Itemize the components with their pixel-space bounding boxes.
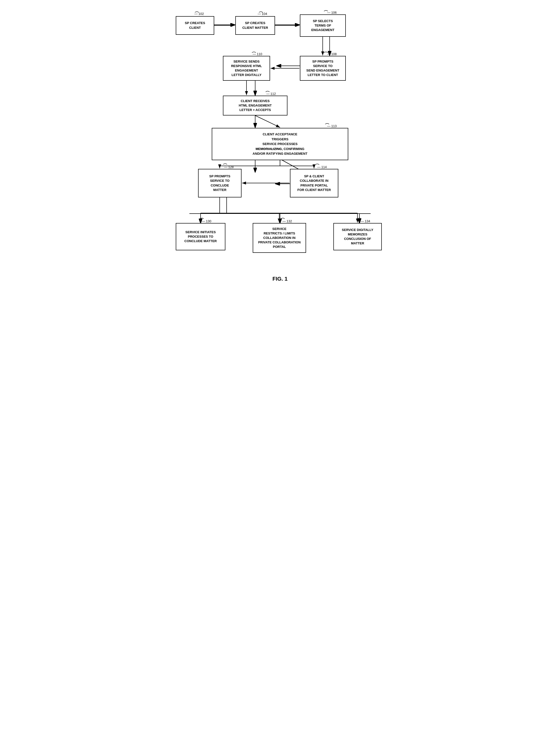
flowchart: SP CREATES CLIENT — 102 SP CREATES CLIEN… [168,10,392,271]
ref-130: — 130 [202,219,211,223]
ref-104: — 104 [258,12,267,16]
ref-128: — 128 [224,165,234,169]
ref-132: — 132 [282,219,292,223]
node-102: SP CREATES CLIENT [176,16,214,35]
diagram-container: SP CREATES CLIENT — 102 SP CREATES CLIEN… [168,5,392,297]
node-108: SP PROMPTS SERVICE TO SEND ENGAGEMENT LE… [300,56,346,81]
node-128: SP PROMPTS SERVICE TO CONCLUDE MATTER [198,169,241,197]
node-130: SERVICE INITIATES PROCESSES TO CONCLUDE … [176,223,225,250]
ref-114: — 114 [317,165,327,169]
ref-113: — 113 [327,124,337,128]
node-104: SP CREATES CLIENT MATTER [235,16,275,35]
ref-134: — 134 [361,219,370,223]
ref-112: — 112 [266,92,276,96]
ref-102: — 102 [194,12,204,16]
strikethrough-memorializing: MEMORIALIZING [256,147,282,151]
ref-108: — 108 [327,52,337,56]
ref-106: — 106 [327,11,337,14]
node-113: CLIENT ACCEPTANCE TRIGGERS SERVICE PROCE… [212,128,348,160]
ref-110: — 110 [253,52,262,56]
node-106: SP SELECTS TERMS OF ENGAGEMENT [300,14,346,37]
svg-line-20 [255,115,280,128]
node-132: SERVICE RESTRICTS / LIMITS COLLABORATION… [253,223,306,253]
node-134: SERVICE DIGITALLY MEMORIZES CONCLUSION O… [333,223,382,250]
node-112: CLIENT RECEIVES HTML ENGAGEMENT LETTER +… [223,96,287,115]
node-114: SP & CLIENT COLLABORATE IN PRIVATE PORTA… [290,169,338,197]
node-110: SERVICE SENDS RESPONSIVE HTML ENGAGEMENT… [223,56,270,81]
figure-label: FIG. 1 [168,276,392,282]
